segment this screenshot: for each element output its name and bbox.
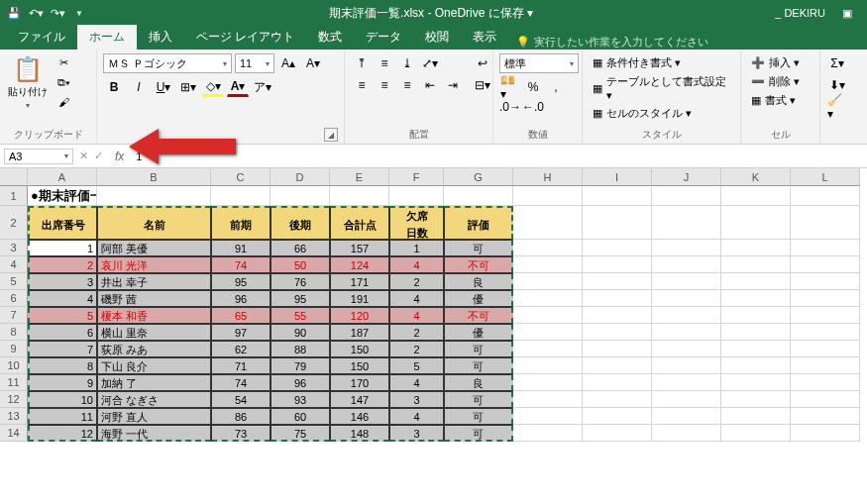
cell[interactable]: 1 (28, 240, 97, 256)
cell[interactable] (513, 206, 583, 240)
cell[interactable]: 加納 了 (97, 374, 211, 391)
cell[interactable] (513, 374, 583, 391)
font-dialog-launcher[interactable]: ◢ (324, 128, 338, 142)
cell[interactable]: 哀川 光洋 (97, 256, 211, 273)
cell[interactable]: 8 (28, 357, 97, 374)
cell[interactable]: 75 (271, 425, 330, 442)
cell[interactable] (721, 391, 791, 408)
cell[interactable]: 187 (330, 324, 389, 341)
row-header[interactable]: 7 (0, 307, 28, 324)
cell[interactable] (513, 290, 583, 307)
cell[interactable] (583, 408, 652, 425)
cell[interactable]: 96 (271, 374, 330, 391)
cell[interactable] (513, 408, 583, 425)
cell[interactable]: 4 (389, 307, 444, 324)
cell[interactable] (389, 186, 444, 206)
cell[interactable] (652, 186, 721, 206)
cell[interactable]: 93 (271, 391, 330, 408)
cell[interactable]: 148 (330, 425, 389, 442)
cell[interactable]: 4 (389, 256, 444, 273)
increase-indent-icon[interactable]: ⇥ (442, 75, 464, 95)
cell[interactable] (444, 186, 513, 206)
cell[interactable] (791, 357, 860, 374)
cell[interactable] (513, 273, 583, 290)
cell[interactable]: 91 (211, 240, 271, 256)
cell[interactable]: 5 (389, 357, 444, 374)
tab-review[interactable]: 校閲 (413, 25, 461, 50)
clear-button[interactable]: 🧹▾ (826, 97, 848, 117)
cell[interactable] (791, 206, 860, 240)
cell[interactable] (721, 425, 791, 442)
cell[interactable] (513, 357, 583, 374)
row-header[interactable]: 6 (0, 290, 28, 307)
underline-button[interactable]: U▾ (153, 77, 174, 97)
cell[interactable] (791, 186, 860, 206)
row-header[interactable]: 3 (0, 240, 28, 256)
cell[interactable]: 9 (28, 374, 97, 391)
column-header[interactable]: D (271, 168, 330, 186)
cell[interactable]: 阿部 美優 (97, 240, 211, 256)
cell[interactable] (583, 273, 652, 290)
row-header[interactable]: 10 (0, 357, 28, 374)
cell[interactable]: 可 (444, 391, 513, 408)
cell[interactable]: 評価 (444, 206, 513, 240)
cell[interactable] (652, 273, 721, 290)
tab-insert[interactable]: 挿入 (137, 25, 184, 50)
cell[interactable]: 76 (271, 273, 330, 290)
cell[interactable] (583, 341, 652, 357)
cell[interactable]: 90 (271, 324, 330, 341)
row-header[interactable]: 8 (0, 324, 28, 341)
cell[interactable]: 可 (444, 425, 513, 442)
cell[interactable]: 86 (211, 408, 271, 425)
cell[interactable] (721, 408, 791, 425)
cell[interactable]: 171 (330, 273, 389, 290)
cell[interactable]: 4 (389, 374, 444, 391)
cell[interactable]: 7 (28, 341, 97, 357)
font-size-selector[interactable]: 11▾ (235, 53, 274, 73)
cell[interactable]: 120 (330, 307, 389, 324)
cell[interactable]: 191 (330, 290, 389, 307)
cell[interactable]: 2 (28, 256, 97, 273)
column-header[interactable]: K (721, 168, 791, 186)
row-header[interactable]: 12 (0, 391, 28, 408)
increase-font-icon[interactable]: A▴ (277, 53, 299, 73)
row-header[interactable]: 2 (0, 206, 28, 240)
cell[interactable]: 下山 良介 (97, 357, 211, 374)
cut-button[interactable]: ✂ (54, 53, 73, 71)
cell[interactable]: 河野 直人 (97, 408, 211, 425)
cell[interactable]: 可 (444, 408, 513, 425)
decrease-indent-icon[interactable]: ⇤ (419, 75, 441, 95)
cell[interactable]: 6 (28, 324, 97, 341)
cell[interactable]: 合計点 (330, 206, 389, 240)
cell[interactable]: 可 (444, 240, 513, 256)
cell[interactable]: 2 (389, 341, 444, 357)
decrease-decimal-icon[interactable]: ←.0 (522, 97, 544, 117)
cell[interactable] (652, 408, 721, 425)
cell[interactable]: 2 (389, 273, 444, 290)
cell[interactable] (583, 307, 652, 324)
cell[interactable] (97, 186, 211, 206)
fill-button[interactable]: ⬇▾ (826, 75, 848, 95)
fill-color-button[interactable]: ◇▾ (202, 77, 224, 97)
cell[interactable] (652, 256, 721, 273)
cell[interactable]: 62 (211, 341, 271, 357)
cell[interactable]: 150 (330, 357, 389, 374)
cell[interactable]: 海野 一代 (97, 425, 211, 442)
cell[interactable] (583, 206, 652, 240)
worksheet-grid[interactable]: ABCDEFGHIJKL 1●期末評価一覧2出席番号名前前期後期合計点欠席 日数… (0, 168, 867, 442)
cell[interactable]: 5 (28, 307, 97, 324)
cell[interactable] (652, 324, 721, 341)
cell[interactable]: 後期 (271, 206, 330, 240)
cell[interactable]: 65 (211, 307, 271, 324)
cell[interactable]: 170 (330, 374, 389, 391)
conditional-formatting-button[interactable]: ▦条件付き書式 ▾ (589, 53, 734, 72)
cell[interactable] (791, 425, 860, 442)
align-middle-icon[interactable]: ≡ (374, 53, 395, 73)
cell[interactable]: 4 (389, 408, 444, 425)
cell[interactable] (721, 186, 791, 206)
cell[interactable] (271, 186, 330, 206)
cell[interactable]: 井出 幸子 (97, 273, 211, 290)
cell[interactable]: 124 (330, 256, 389, 273)
column-header[interactable]: F (389, 168, 444, 186)
cell[interactable]: 71 (211, 357, 271, 374)
